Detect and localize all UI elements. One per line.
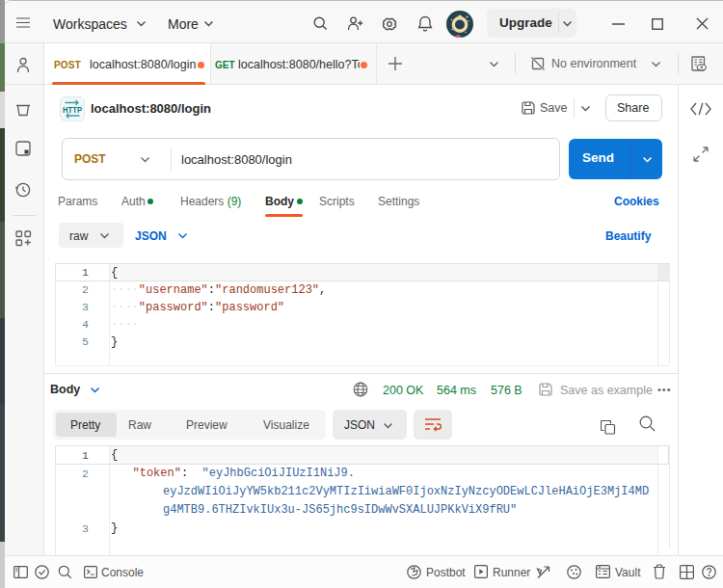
svg-text:HTTP: HTTP xyxy=(63,105,82,115)
